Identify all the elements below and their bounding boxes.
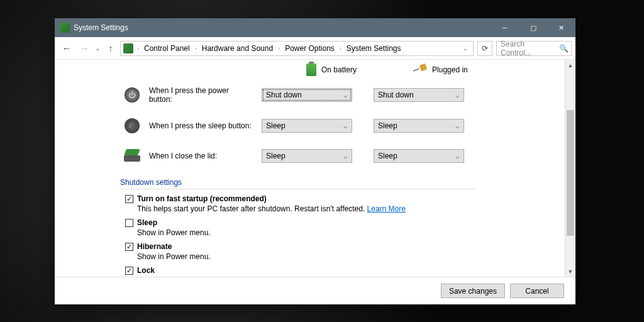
minimize-button[interactable]: ─ bbox=[491, 18, 519, 37]
refresh-button[interactable]: ⟳ bbox=[477, 41, 492, 56]
search-icon: 🔍 bbox=[559, 44, 569, 53]
breadcrumb-seg-0[interactable]: Control Panel bbox=[142, 44, 192, 53]
close-lid-row: When I close the lid: Sleep Sleep bbox=[124, 148, 546, 164]
cancel-button[interactable]: Cancel bbox=[510, 284, 564, 298]
hibernate-label: Hibernate bbox=[137, 242, 172, 251]
chevron-right-icon[interactable]: › bbox=[277, 45, 281, 52]
system-settings-window: System Settings ─ ▢ ✕ ← → ⌄ ↑ › Control … bbox=[55, 18, 575, 304]
app-icon bbox=[60, 23, 70, 33]
fast-startup-checkbox[interactable]: ✓ bbox=[125, 195, 133, 203]
fast-startup-desc: This helps start your PC faster after sh… bbox=[137, 204, 546, 213]
chevron-right-icon[interactable]: › bbox=[136, 45, 140, 52]
sleep-button-plugged-dropdown[interactable]: Sleep bbox=[374, 119, 464, 133]
window-title: System Settings bbox=[74, 23, 491, 32]
chevron-down-icon[interactable]: ⌄ bbox=[463, 45, 470, 52]
forward-button[interactable]: → bbox=[76, 40, 92, 57]
power-icon bbox=[125, 87, 140, 103]
learn-more-link[interactable]: Learn More bbox=[367, 204, 406, 213]
close-lid-battery-dropdown[interactable]: Sleep bbox=[262, 149, 352, 163]
close-lid-label: When I close the lid: bbox=[149, 152, 253, 160]
plug-icon bbox=[412, 64, 428, 77]
up-button[interactable]: ↑ bbox=[103, 40, 119, 57]
column-plugged-in: Plugged in bbox=[413, 65, 468, 74]
footer: Save changes Cancel bbox=[55, 277, 575, 304]
sleep-checkbox[interactable] bbox=[125, 219, 133, 227]
recent-chevron-icon[interactable]: ⌄ bbox=[94, 45, 101, 52]
search-placeholder: Search Control... bbox=[501, 40, 557, 57]
save-changes-button[interactable]: Save changes bbox=[441, 284, 505, 298]
back-button[interactable]: ← bbox=[58, 40, 75, 57]
control-panel-icon bbox=[123, 43, 133, 53]
shutdown-settings-title: Shutdown settings bbox=[120, 178, 475, 189]
navbar: ← → ⌄ ↑ › Control Panel › Hardware and S… bbox=[55, 37, 575, 60]
hibernate-desc: Show in Power menu. bbox=[137, 252, 546, 261]
laptop-lid-icon bbox=[124, 150, 140, 162]
fast-startup-label: Turn on fast startup (recommended) bbox=[137, 194, 267, 203]
power-button-plugged-dropdown[interactable]: Shut down bbox=[374, 88, 464, 102]
close-button[interactable]: ✕ bbox=[547, 18, 575, 37]
chevron-right-icon[interactable]: › bbox=[194, 45, 198, 52]
scroll-down-icon[interactable]: ▼ bbox=[565, 266, 575, 277]
titlebar[interactable]: System Settings ─ ▢ ✕ bbox=[55, 18, 575, 37]
lock-label: Lock bbox=[137, 266, 155, 275]
breadcrumb[interactable]: › Control Panel › Hardware and Sound › P… bbox=[120, 41, 474, 56]
power-button-row: When I press the power button: Shut down… bbox=[124, 86, 546, 104]
breadcrumb-seg-2[interactable]: Power Options bbox=[282, 44, 337, 53]
power-button-battery-dropdown[interactable]: Shut down bbox=[262, 88, 352, 102]
battery-icon bbox=[306, 64, 316, 76]
vertical-scrollbar[interactable]: ▲ ▼ bbox=[565, 60, 575, 277]
hibernate-checkbox[interactable]: ✓ bbox=[125, 243, 133, 251]
sleep-button-label: When I press the sleep button: bbox=[149, 121, 253, 130]
sleep-desc: Show in Power menu. bbox=[137, 228, 546, 237]
lock-checkbox[interactable]: ✓ bbox=[125, 267, 133, 275]
search-input[interactable]: Search Control... 🔍 bbox=[496, 41, 572, 56]
sleep-button-battery-dropdown[interactable]: Sleep bbox=[262, 119, 352, 133]
sleep-label: Sleep bbox=[137, 218, 157, 227]
lock-desc: Show in account picture menu. bbox=[137, 276, 546, 277]
maximize-button[interactable]: ▢ bbox=[519, 18, 547, 37]
breadcrumb-seg-3[interactable]: System Settings bbox=[344, 44, 404, 53]
content-area: On battery Plugged in When I press the p… bbox=[55, 60, 575, 277]
scroll-up-icon[interactable]: ▲ bbox=[565, 60, 575, 70]
close-lid-plugged-dropdown[interactable]: Sleep bbox=[374, 149, 464, 163]
breadcrumb-seg-1[interactable]: Hardware and Sound bbox=[199, 44, 275, 53]
scroll-thumb[interactable] bbox=[567, 110, 574, 236]
chevron-right-icon[interactable]: › bbox=[338, 45, 343, 52]
column-on-battery: On battery bbox=[306, 64, 357, 76]
sleep-button-row: When I press the sleep button: Sleep Sle… bbox=[124, 118, 546, 134]
moon-icon bbox=[125, 118, 140, 133]
power-button-label: When I press the power button: bbox=[149, 86, 253, 104]
